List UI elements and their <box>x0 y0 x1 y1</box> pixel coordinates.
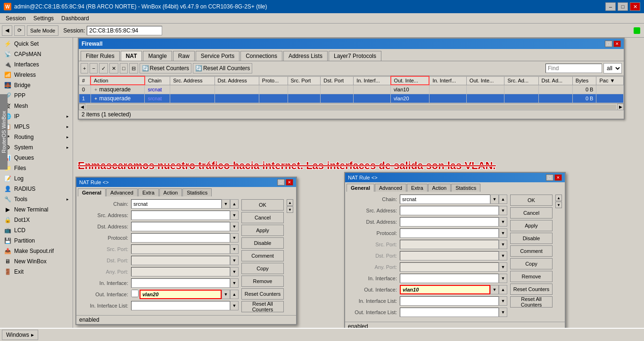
any-port-dropdown-2[interactable]: ▼ <box>499 262 507 272</box>
nat-rule-1-comment-btn[interactable]: Comment <box>241 250 284 261</box>
dst-port-input-2[interactable] <box>400 251 499 260</box>
chain-input[interactable] <box>131 199 222 209</box>
taskbar-windows-btn[interactable]: Windows ▸ <box>2 330 38 340</box>
in-interface-dropdown-2[interactable]: ▼ <box>499 274 507 283</box>
nat-rule-1-tab-general[interactable]: General <box>78 188 106 196</box>
dst-address-dropdown-2[interactable]: ▼ <box>499 217 507 227</box>
nat-rule-1-ok-btn[interactable]: OK <box>241 199 284 211</box>
fw-remove-button[interactable]: − <box>90 63 97 73</box>
firewall-close-btn[interactable]: ✕ <box>613 41 621 47</box>
fw-reset-counters-button[interactable]: 🔄 Reset Counters <box>140 63 191 73</box>
in-interface-list-dropdown[interactable]: ▼ <box>230 301 239 310</box>
firewall-minimize-btn[interactable]: □ <box>605 41 612 47</box>
sidebar-item-quick-set[interactable]: ⚡ Quick Set <box>0 39 73 49</box>
nat-rule-1-reset-counters-btn[interactable]: Reset Counters <box>241 288 284 300</box>
nat-rule-1-reset-all-btn[interactable]: Reset All Counters <box>241 301 284 312</box>
sidebar-item-routing[interactable]: ↗ Routing ▸ <box>0 132 73 142</box>
src-port-input-2[interactable] <box>400 240 499 249</box>
in-interface-list-input-2[interactable] <box>400 296 499 306</box>
nat-rule-2-tab-extra[interactable]: Extra <box>407 184 428 192</box>
menu-session[interactable]: Session <box>2 14 30 23</box>
nat-rule-2-comment-btn[interactable]: Comment <box>510 245 553 257</box>
fw-add-button[interactable]: + <box>81 63 88 73</box>
fw-copy-button[interactable]: □ <box>120 63 128 73</box>
nat-rule-1-tab-statistics[interactable]: Statistics <box>182 188 212 196</box>
table-row[interactable]: 0 ✦ masquerade srcnat <box>79 85 624 94</box>
out-interface-list-input-2[interactable] <box>400 308 499 317</box>
nat-rule-2-apply-btn[interactable]: Apply <box>510 220 553 231</box>
out-interface-input[interactable] <box>140 290 222 299</box>
find-select[interactable]: all <box>603 63 622 73</box>
sidebar-item-exit[interactable]: 🚪 Exit <box>0 267 73 277</box>
table-row[interactable]: 1 ✦ masquerade srcnat <box>79 94 624 103</box>
out-interface-dropdown[interactable]: ▼ <box>222 290 230 299</box>
scroll-track[interactable] <box>86 105 616 109</box>
scroll-right-btn[interactable]: ▶ <box>617 104 624 110</box>
refresh-button[interactable]: ⟳ <box>14 25 25 36</box>
chain-scroll-up-2[interactable]: ▲ <box>499 195 507 204</box>
nat-rule-2-scroll-down[interactable]: ▼ <box>555 202 562 208</box>
chain-scroll-up[interactable]: ▲ <box>230 199 239 209</box>
sidebar-item-files[interactable]: 📁 Files <box>0 163 73 173</box>
out-interface-input-2[interactable] <box>400 285 490 294</box>
src-address-dropdown[interactable]: ▼ <box>230 211 239 220</box>
any-port-input-2[interactable] <box>400 262 499 272</box>
fw-filter-button[interactable]: ⊟ <box>129 63 138 73</box>
chain-dropdown-2[interactable]: ▼ <box>490 195 499 204</box>
src-address-input[interactable] <box>131 211 230 220</box>
dst-port-input[interactable] <box>131 256 230 265</box>
nat-rule-2-tab-action[interactable]: Action <box>428 184 451 192</box>
nat-rule-2-reset-all-btn[interactable]: Reset All Counters <box>510 296 553 308</box>
tab-service-ports[interactable]: Service Ports <box>196 51 239 61</box>
dst-port-dropdown-2[interactable]: ▼ <box>499 251 507 260</box>
back-button[interactable]: ◀ <box>2 25 12 36</box>
sidebar-item-new-winbox[interactable]: 🖥 New WinBox <box>0 256 73 267</box>
col-header-action[interactable]: Action <box>91 76 145 85</box>
col-header-out-intf[interactable]: Out. Inte... <box>391 76 429 85</box>
maximize-button[interactable]: □ <box>618 2 628 11</box>
out-interface-checkbox[interactable] <box>131 290 139 297</box>
sidebar-item-dot1x[interactable]: 🔒 Dot1X <box>0 215 73 225</box>
sidebar-item-partition[interactable]: 💾 Partition <box>0 235 73 246</box>
tab-nat[interactable]: NAT <box>121 51 142 61</box>
sidebar-item-mesh[interactable]: 🕸 Mesh <box>0 101 73 111</box>
any-port-dropdown[interactable]: ▼ <box>230 267 239 276</box>
nat-rule-2-ok-btn[interactable]: OK <box>510 195 553 206</box>
nat-rule-2-disable-btn[interactable]: Disable <box>510 233 553 244</box>
session-input[interactable] <box>87 26 162 35</box>
fw-edit-button[interactable]: ✓ <box>99 63 108 73</box>
dst-address-dropdown[interactable]: ▼ <box>230 222 239 231</box>
sidebar-item-wireless[interactable]: 📶 Wireless <box>0 70 73 80</box>
nat-rule-1-tab-advanced[interactable]: Advanced <box>106 188 138 196</box>
in-interface-input[interactable] <box>131 278 230 288</box>
nat-rule-2-tab-general[interactable]: General <box>347 184 374 192</box>
dst-address-input[interactable] <box>131 222 230 231</box>
src-port-dropdown-2[interactable]: ▼ <box>499 240 507 249</box>
sidebar-item-ppp[interactable]: 🔗 PPP <box>0 90 73 101</box>
protocol-dropdown-2[interactable]: ▼ <box>499 228 507 238</box>
tab-raw[interactable]: Raw <box>173 51 195 61</box>
nat-rule-1-remove-btn[interactable]: Remove <box>241 276 284 287</box>
out-interface-scroll-up-2[interactable]: ▲ <box>499 285 507 294</box>
tab-connections[interactable]: Connections <box>240 51 282 61</box>
nat-rule-1-minimize[interactable]: □ <box>277 179 285 186</box>
sidebar-item-radius[interactable]: 👤 RADIUS <box>0 184 73 194</box>
sidebar-item-capsman[interactable]: 📡 CAPsMAN <box>0 49 73 59</box>
fw-reset-all-counters-button[interactable]: 🔄 Reset All Counters <box>193 63 252 73</box>
dst-address-input-2[interactable] <box>400 217 499 227</box>
protocol-dropdown[interactable]: ▼ <box>230 233 239 243</box>
sidebar-item-bridge[interactable]: 🌉 Bridge <box>0 80 73 90</box>
nat-rule-1-scroll-down[interactable]: ▼ <box>287 206 293 213</box>
nat-rule-1-scroll-up[interactable]: ▲ <box>287 199 293 206</box>
nat-rule-1-close[interactable]: ✕ <box>286 179 293 186</box>
in-interface-list-dropdown-2[interactable]: ▼ <box>499 296 507 306</box>
sidebar-item-interfaces[interactable]: 🔌 Interfaces <box>0 59 73 70</box>
sidebar-item-queues[interactable]: 📊 Queues <box>0 153 73 163</box>
nat-rule-2-tab-advanced[interactable]: Advanced <box>375 184 406 192</box>
sidebar-item-ip[interactable]: 🌐 IP ▸ <box>0 111 73 122</box>
nat-rule-1-copy-btn[interactable]: Copy <box>241 263 284 274</box>
src-port-input[interactable] <box>131 244 230 254</box>
sidebar-item-tools[interactable]: 🔧 Tools ▸ <box>0 194 73 204</box>
nat-rule-1-cancel-btn[interactable]: Cancel <box>241 212 284 223</box>
out-interface-scroll-up[interactable]: ▲ <box>230 290 239 299</box>
